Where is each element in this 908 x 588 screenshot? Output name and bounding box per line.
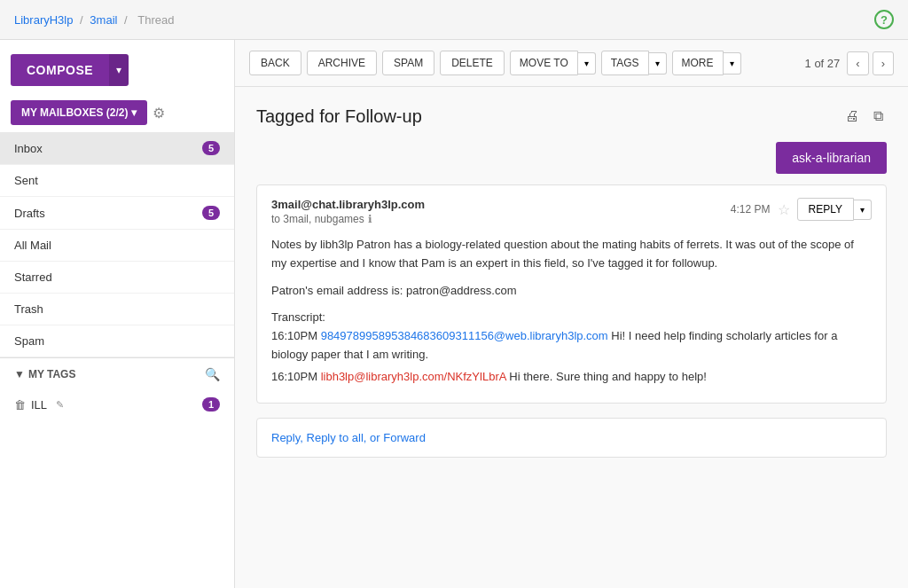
tag-edit-icon[interactable]: ✎	[56, 399, 64, 411]
forward-link[interactable]: Forward	[383, 431, 426, 444]
inbox-badge: 5	[202, 141, 220, 155]
sidebar-item-allmail[interactable]: All Mail	[0, 230, 234, 262]
toolbar: BACK ARCHIVE SPAM DELETE MOVE TO ▾ TAGS …	[235, 40, 908, 87]
email-patron-email: Patron's email address is: patron@addres…	[271, 282, 872, 301]
tag-ill-label: ILL	[31, 398, 47, 412]
move-to-group: MOVE TO ▾	[510, 51, 596, 75]
tags-group: TAGS ▾	[601, 51, 667, 75]
tag-item-ill[interactable]: 🗑 ILL ✎ 1	[0, 390, 234, 419]
tag-trash-icon: 🗑	[14, 398, 26, 412]
reply-link[interactable]: Reply	[271, 431, 300, 444]
email-subject-actions: 🖨 ⧉	[841, 105, 887, 128]
email-sender-info: 3mail@chat.libraryh3lp.com to 3mail, nub…	[271, 198, 425, 225]
back-button[interactable]: BACK	[249, 51, 301, 75]
sidebar-item-spam[interactable]: Spam	[0, 325, 234, 357]
email-subject: Tagged for Follow-up 🖨 ⧉	[256, 105, 887, 128]
more-dropdown[interactable]: ▾	[724, 52, 741, 74]
prev-button[interactable]: ‹	[847, 51, 868, 75]
ill-badge: 1	[202, 397, 220, 412]
tags-button[interactable]: TAGS	[601, 51, 649, 75]
breadcrumb: LibraryH3lp / 3mail / Thread	[14, 13, 178, 27]
email-header-row: 3mail@chat.libraryh3lp.com to 3mail, nub…	[271, 198, 872, 225]
transcript-email-2[interactable]: libh3lp@libraryh3lp.com/NKfzYlLbrA	[321, 370, 506, 383]
main-content: BACK ARCHIVE SPAM DELETE MOVE TO ▾ TAGS …	[235, 40, 908, 588]
delete-button[interactable]: DELETE	[440, 51, 505, 75]
pagination-text: 1 of 27	[805, 57, 841, 70]
transcript-email-1[interactable]: 984978995895384683609311156@web.libraryh…	[321, 329, 608, 342]
tags-label: ▼ MY TAGS	[14, 368, 75, 380]
more-button[interactable]: MORE	[672, 51, 724, 75]
breadcrumb-3mail[interactable]: 3mail	[90, 13, 117, 27]
info-icon: ℹ	[368, 213, 372, 225]
email-subject-row: Tagged for Follow-up 🖨 ⧉ ask-a-librarian	[256, 105, 887, 184]
move-to-button[interactable]: MOVE TO	[510, 51, 578, 75]
email-to: to 3mail, nubgames ℹ	[271, 213, 425, 225]
next-button[interactable]: ›	[873, 51, 894, 75]
email-time: 4:12 PM	[731, 203, 771, 216]
compose-group: COMPOSE ▾	[11, 54, 129, 86]
reply-dropdown-button[interactable]: ▾	[854, 200, 872, 220]
drafts-badge: 5	[202, 206, 220, 220]
help-icon[interactable]: ?	[874, 10, 894, 29]
mailboxes-button[interactable]: MY MAILBOXES (2/2) ▾	[11, 100, 147, 125]
breadcrumb-libraryh3lp[interactable]: LibraryH3lp	[14, 13, 73, 27]
spam-button[interactable]: SPAM	[382, 51, 434, 75]
gear-icon[interactable]: ⚙	[153, 105, 165, 122]
reply-all-link[interactable]: Reply to all	[307, 431, 364, 444]
compose-button[interactable]: COMPOSE	[11, 54, 109, 86]
transcript-section: Transcript: 16:10PM 98497899589538468360…	[271, 309, 872, 386]
reply-area: Reply, Reply to all, or Forward	[256, 418, 887, 458]
breadcrumb-thread: Thread	[137, 13, 174, 27]
star-icon[interactable]: ☆	[778, 201, 790, 218]
email-meta: 3mail@chat.libraryh3lp.com to 3mail, nub…	[256, 184, 887, 404]
move-to-dropdown[interactable]: ▾	[578, 52, 596, 74]
breadcrumb-sep1: /	[80, 13, 83, 27]
archive-button[interactable]: ARCHIVE	[307, 51, 377, 75]
external-link-button[interactable]: ⧉	[870, 105, 887, 128]
email-view: Tagged for Follow-up 🖨 ⧉ ask-a-librarian…	[235, 87, 908, 588]
mailboxes-bar: MY MAILBOXES (2/2) ▾ ⚙	[11, 100, 223, 125]
email-body-line1: Notes by libh3lp Patron has a biology-re…	[271, 236, 872, 273]
email-body: Notes by libh3lp Patron has a biology-re…	[271, 236, 872, 387]
more-group: MORE ▾	[672, 51, 741, 75]
sidebar: COMPOSE ▾ MY MAILBOXES (2/2) ▾ ⚙ Inbox 5…	[0, 40, 235, 588]
print-button[interactable]: 🖨	[841, 105, 863, 128]
transcript-line-2: 16:10PM libh3lp@libraryh3lp.com/NKfzYlLb…	[271, 368, 872, 387]
sidebar-item-trash[interactable]: Trash	[0, 294, 234, 325]
sidebar-compose-area: COMPOSE ▾	[0, 40, 234, 93]
email-header-right: 4:12 PM ☆ REPLY ▾	[731, 198, 872, 221]
tags-dropdown[interactable]: ▾	[649, 52, 667, 74]
tags-search-icon[interactable]: 🔍	[205, 367, 220, 381]
sidebar-item-sent[interactable]: Sent	[0, 165, 234, 197]
sidebar-item-starred[interactable]: Starred	[0, 262, 234, 294]
tags-section: ▼ MY TAGS 🔍	[0, 357, 234, 390]
sidebar-item-drafts[interactable]: Drafts 5	[0, 197, 234, 230]
pagination: 1 of 27 ‹ ›	[805, 51, 894, 75]
transcript-line-1: 16:10PM 984978995895384683609311156@web.…	[271, 327, 872, 365]
compose-dropdown-button[interactable]: ▾	[109, 54, 129, 86]
top-bar: LibraryH3lp / 3mail / Thread ?	[0, 0, 908, 40]
reply-group: REPLY ▾	[797, 198, 872, 221]
sidebar-nav: Inbox 5 Sent Drafts 5 All Mail Starred T…	[0, 132, 234, 357]
tags-collapse-icon[interactable]: ▼	[14, 368, 25, 380]
sidebar-item-inbox[interactable]: Inbox 5	[0, 132, 234, 165]
transcript-label: Transcript:	[271, 309, 872, 327]
ask-librarian-button[interactable]: ask-a-librarian	[776, 142, 887, 174]
breadcrumb-sep2: /	[124, 13, 128, 27]
reply-button[interactable]: REPLY	[797, 198, 854, 221]
email-from: 3mail@chat.libraryh3lp.com	[271, 198, 425, 211]
